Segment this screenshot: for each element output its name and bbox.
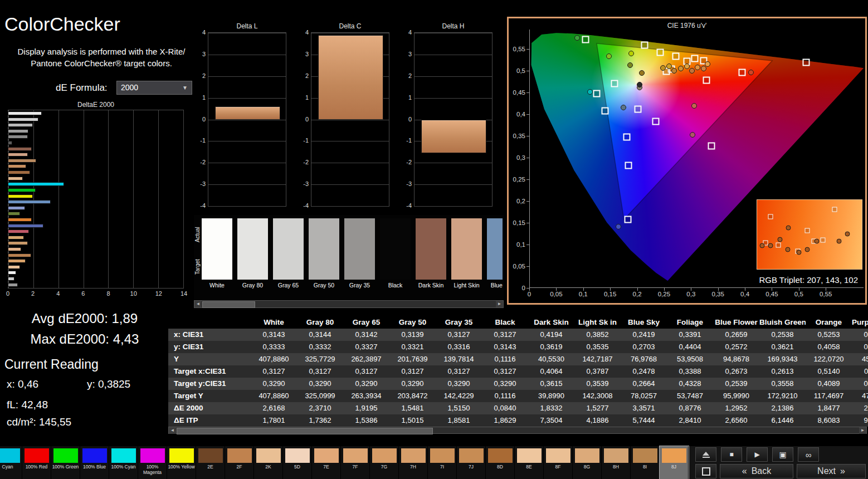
column-header: Gray 35	[436, 316, 482, 329]
frame-button[interactable]: ▣	[772, 447, 793, 462]
grid-line	[311, 33, 389, 33]
patch-button-100-cyan[interactable]: 100% Cyan	[109, 446, 138, 479]
axis-tick-label: 2	[402, 72, 412, 79]
eject-button[interactable]	[695, 447, 716, 462]
patch-button-8f[interactable]: 8F	[544, 446, 573, 479]
table-cell: 76,9768	[621, 353, 667, 365]
patch-color	[604, 448, 628, 463]
stop-button[interactable]: ■	[721, 447, 742, 462]
patch-button-7j[interactable]: 7J	[457, 446, 486, 479]
table-cell: 0,5253	[806, 329, 852, 341]
table-cell: 47,8745	[852, 390, 868, 402]
next-button[interactable]: Next »	[797, 464, 866, 478]
patch-button-2k[interactable]: 2K	[254, 446, 283, 479]
table-cell: 0,3316	[436, 341, 482, 353]
patch-button-7h[interactable]: 7H	[399, 446, 428, 479]
table-cell: 0,4058	[806, 341, 852, 353]
table-cell: 0,3290	[436, 378, 482, 390]
patch-button-2f[interactable]: 2F	[225, 446, 254, 479]
table-cell: 1,5015	[389, 414, 436, 427]
table-cell: 325,0999	[297, 390, 343, 402]
table-cell: 0,3327	[343, 341, 389, 353]
axis-tick-label: 10	[130, 290, 137, 297]
table-cell: 5,7444	[621, 414, 667, 427]
patch-label: 100% Green	[52, 464, 80, 470]
measurement-marker	[705, 61, 710, 67]
target-marker	[611, 80, 618, 87]
axis-tick-label: 0,45	[765, 291, 778, 297]
patch-button-cyan[interactable]: Cyan	[0, 446, 22, 479]
loop-button[interactable]: ∞	[798, 447, 819, 462]
patch-button-7i[interactable]: 7I	[428, 446, 457, 479]
patch-label: 8G	[573, 464, 601, 470]
swatch-scrollbar[interactable]: ◄ ►	[194, 300, 504, 308]
grid-line	[208, 120, 286, 120]
de-formula-dropdown[interactable]: 2000 ▼	[116, 81, 192, 95]
patch-button-8g[interactable]: 8G	[573, 446, 602, 479]
table-cell: 0,2664	[621, 378, 667, 390]
axis-tick-label: 0	[522, 285, 525, 291]
patch-strip: Cyan100% Red100% Green100% Blue100% Cyan…	[0, 446, 689, 479]
inset-measurement-marker	[786, 225, 791, 230]
scrollbar-thumb[interactable]	[177, 428, 433, 434]
axis-tick-label: -1	[196, 137, 206, 144]
column-header: Foliage	[667, 316, 713, 329]
scroll-right-icon[interactable]: ►	[859, 427, 866, 434]
table-cell: 0,3127	[343, 365, 389, 378]
measurement-marker	[621, 105, 626, 110]
swatch-target	[202, 249, 232, 280]
swatch-actual	[416, 218, 446, 249]
patch-label: 100% Blue	[81, 464, 109, 470]
grid-line	[415, 206, 492, 207]
patch-button-8e[interactable]: 8E	[515, 446, 544, 479]
table-cell: 1,9195	[343, 402, 389, 414]
axis-tick-label: 1	[402, 94, 412, 101]
table-cell: 95,9990	[713, 390, 759, 402]
patch-button-100-yellow[interactable]: 100% Yellow	[167, 446, 196, 479]
scrollbar-thumb[interactable]	[202, 301, 255, 308]
scroll-right-icon[interactable]: ►	[496, 301, 503, 307]
target-marker	[708, 143, 715, 150]
patch-button-7f[interactable]: 7F	[341, 446, 370, 479]
infinity-icon: ∞	[806, 450, 812, 460]
target-marker	[657, 49, 664, 56]
deltae-bar	[8, 135, 27, 138]
tick-mark	[799, 288, 799, 291]
patch-color	[140, 448, 165, 463]
table-row: y: CIE310,33330,33320,33270,33210,33160,…	[168, 341, 868, 353]
table-cell: 94,8678	[713, 353, 759, 365]
tick-mark	[526, 71, 529, 71]
deltae-bar	[8, 242, 27, 245]
patch-button-8d[interactable]: 8D	[486, 446, 515, 479]
deltae-bar	[8, 165, 26, 168]
patch-button-7g[interactable]: 7G	[370, 446, 399, 479]
patch-button-7e[interactable]: 7E	[312, 446, 341, 479]
patch-button-100-green[interactable]: 100% Green	[51, 446, 80, 479]
deltae-bar	[8, 124, 32, 126]
patch-label: 8E	[515, 464, 543, 470]
scroll-left-icon[interactable]: ◄	[169, 427, 176, 434]
patch-button-100-magenta[interactable]: 100% Magenta	[138, 446, 167, 479]
patch-button-8j[interactable]: 8J	[660, 446, 689, 479]
pattern-window-button[interactable]	[695, 464, 716, 478]
patch-button-2e[interactable]: 2E	[196, 446, 225, 479]
play-button[interactable]: ▶	[747, 447, 768, 462]
tick-mark	[583, 288, 584, 291]
back-button[interactable]: « Back	[720, 464, 793, 478]
deltae-bar	[8, 148, 31, 150]
inset-measurement-marker	[778, 237, 783, 242]
table-cell: 2,7741	[852, 402, 868, 414]
patch-button-100-red[interactable]: 100% Red	[22, 446, 51, 479]
axis-tick-label: 0,05	[550, 291, 562, 297]
table-cell: 0,2538	[759, 329, 806, 341]
table-scrollbar[interactable]: ◄ ►	[168, 427, 867, 434]
patch-button-8i[interactable]: 8I	[631, 446, 660, 479]
chevron-down-icon: ▼	[182, 81, 188, 94]
scroll-left-icon[interactable]: ◄	[194, 301, 202, 307]
table-cell: 0,3290	[389, 378, 436, 390]
patch-color	[314, 448, 339, 463]
row-label: Y	[168, 353, 251, 365]
patch-button-5d[interactable]: 5D	[283, 446, 312, 479]
patch-button-8h[interactable]: 8H	[602, 446, 631, 479]
patch-button-100-blue[interactable]: 100% Blue	[80, 446, 109, 479]
